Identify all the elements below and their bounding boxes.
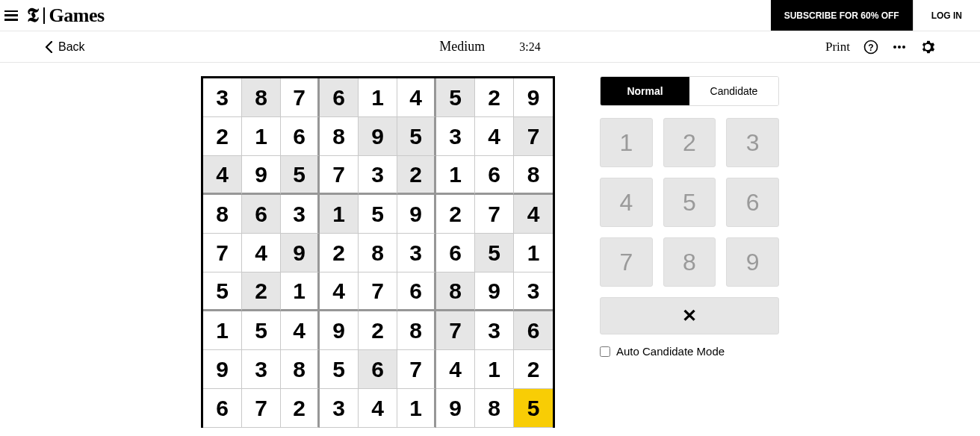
sudoku-cell[interactable]: 8 [514, 156, 553, 195]
sudoku-cell[interactable]: 7 [320, 156, 359, 195]
sudoku-cell[interactable]: 5 [320, 350, 359, 389]
sudoku-cell[interactable]: 9 [397, 195, 436, 234]
mode-normal-button[interactable]: Normal [601, 77, 689, 105]
sudoku-cell[interactable]: 2 [242, 272, 281, 311]
sudoku-cell[interactable]: 9 [203, 350, 242, 389]
sudoku-cell[interactable]: 7 [281, 78, 320, 117]
sudoku-cell[interactable]: 9 [359, 117, 397, 156]
site-logo[interactable]: 𝕿 Games [27, 4, 105, 27]
sudoku-cell[interactable]: 1 [281, 272, 320, 311]
sudoku-cell[interactable]: 7 [359, 272, 397, 311]
sudoku-cell[interactable]: 7 [397, 350, 436, 389]
sudoku-cell[interactable]: 1 [436, 156, 475, 195]
mode-candidate-button[interactable]: Candidate [689, 77, 778, 105]
sudoku-cell[interactable]: 1 [397, 389, 436, 428]
sudoku-cell[interactable]: 9 [242, 156, 281, 195]
sudoku-cell[interactable]: 4 [359, 389, 397, 428]
sudoku-cell[interactable]: 8 [397, 311, 436, 350]
sudoku-cell[interactable]: 3 [514, 272, 553, 311]
sudoku-cell[interactable]: 6 [436, 234, 475, 272]
auto-candidate-label[interactable]: Auto Candidate Mode [616, 345, 725, 358]
sudoku-cell[interactable]: 7 [475, 195, 514, 234]
sudoku-cell[interactable]: 1 [203, 311, 242, 350]
sudoku-cell[interactable]: 5 [203, 272, 242, 311]
sudoku-cell[interactable]: 6 [359, 350, 397, 389]
sudoku-cell[interactable]: 1 [320, 195, 359, 234]
sudoku-cell[interactable]: 3 [242, 350, 281, 389]
sudoku-cell[interactable]: 3 [320, 389, 359, 428]
sudoku-cell[interactable]: 5 [281, 156, 320, 195]
sudoku-cell[interactable]: 5 [397, 117, 436, 156]
sudoku-cell[interactable]: 4 [281, 311, 320, 350]
keypad-2[interactable]: 2 [663, 118, 716, 167]
sudoku-cell[interactable]: 2 [475, 78, 514, 117]
more-icon[interactable] [892, 40, 907, 54]
sudoku-cell[interactable]: 2 [359, 311, 397, 350]
sudoku-cell[interactable]: 9 [320, 311, 359, 350]
keypad-9[interactable]: 9 [726, 237, 779, 287]
sudoku-cell[interactable]: 3 [281, 195, 320, 234]
back-button[interactable]: Back [45, 40, 85, 54]
sudoku-cell[interactable]: 6 [281, 117, 320, 156]
settings-icon[interactable] [920, 40, 935, 54]
sudoku-cell[interactable]: 3 [475, 311, 514, 350]
sudoku-cell[interactable]: 2 [436, 195, 475, 234]
subscribe-button[interactable]: SUBSCRIBE FOR 60% OFF [771, 0, 913, 31]
sudoku-cell[interactable]: 5 [514, 389, 553, 428]
sudoku-cell[interactable]: 5 [359, 195, 397, 234]
sudoku-cell[interactable]: 2 [203, 117, 242, 156]
sudoku-cell[interactable]: 5 [475, 234, 514, 272]
sudoku-cell[interactable]: 4 [203, 156, 242, 195]
login-button[interactable]: LOG IN [913, 0, 980, 31]
sudoku-cell[interactable]: 7 [436, 311, 475, 350]
keypad-7[interactable]: 7 [600, 237, 653, 287]
sudoku-cell[interactable]: 3 [436, 117, 475, 156]
print-button[interactable]: Print [825, 40, 850, 54]
sudoku-cell[interactable]: 8 [203, 195, 242, 234]
sudoku-cell[interactable]: 8 [359, 234, 397, 272]
keypad-3[interactable]: 3 [726, 118, 779, 167]
sudoku-cell[interactable]: 6 [514, 311, 553, 350]
menu-icon[interactable] [4, 10, 18, 21]
sudoku-cell[interactable]: 3 [203, 78, 242, 117]
sudoku-cell[interactable]: 8 [242, 78, 281, 117]
sudoku-cell[interactable]: 1 [514, 234, 553, 272]
auto-candidate-checkbox[interactable] [600, 346, 610, 357]
sudoku-cell[interactable]: 5 [242, 311, 281, 350]
sudoku-cell[interactable]: 9 [281, 234, 320, 272]
sudoku-cell[interactable]: 4 [397, 78, 436, 117]
sudoku-cell[interactable]: 1 [359, 78, 397, 117]
sudoku-cell[interactable]: 9 [514, 78, 553, 117]
sudoku-cell[interactable]: 1 [242, 117, 281, 156]
sudoku-cell[interactable]: 4 [475, 117, 514, 156]
sudoku-cell[interactable]: 9 [475, 272, 514, 311]
sudoku-cell[interactable]: 4 [436, 350, 475, 389]
sudoku-cell[interactable]: 1 [475, 350, 514, 389]
sudoku-cell[interactable]: 2 [281, 389, 320, 428]
keypad-4[interactable]: 4 [600, 178, 653, 227]
help-icon[interactable]: ? [863, 40, 878, 54]
sudoku-cell[interactable]: 5 [436, 78, 475, 117]
sudoku-cell[interactable]: 8 [320, 117, 359, 156]
sudoku-cell[interactable]: 6 [242, 195, 281, 234]
sudoku-cell[interactable]: 7 [242, 389, 281, 428]
sudoku-cell[interactable]: 7 [203, 234, 242, 272]
sudoku-cell[interactable]: 4 [320, 272, 359, 311]
keypad-clear[interactable]: ✕ [600, 297, 779, 334]
sudoku-cell[interactable]: 3 [359, 156, 397, 195]
sudoku-cell[interactable]: 6 [475, 156, 514, 195]
sudoku-cell[interactable]: 6 [203, 389, 242, 428]
keypad-6[interactable]: 6 [726, 178, 779, 227]
sudoku-cell[interactable]: 2 [397, 156, 436, 195]
sudoku-cell[interactable]: 8 [436, 272, 475, 311]
sudoku-cell[interactable]: 6 [320, 78, 359, 117]
sudoku-cell[interactable]: 8 [281, 350, 320, 389]
sudoku-cell[interactable]: 4 [242, 234, 281, 272]
sudoku-cell[interactable]: 2 [514, 350, 553, 389]
sudoku-cell[interactable]: 9 [436, 389, 475, 428]
sudoku-cell[interactable]: 3 [397, 234, 436, 272]
sudoku-cell[interactable]: 7 [514, 117, 553, 156]
keypad-1[interactable]: 1 [600, 118, 653, 167]
keypad-8[interactable]: 8 [663, 237, 716, 287]
sudoku-cell[interactable]: 4 [514, 195, 553, 234]
